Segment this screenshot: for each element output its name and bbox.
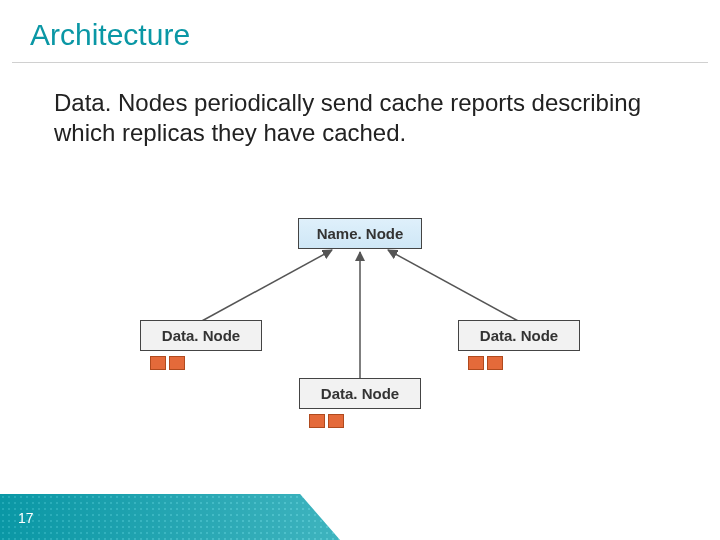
block-icon: [169, 356, 185, 370]
block-icon: [468, 356, 484, 370]
page-number: 17: [18, 510, 34, 526]
footer-graphic: [0, 494, 340, 540]
slide: Architecture Data. Nodes periodically se…: [0, 0, 720, 540]
body-text: Data. Nodes periodically send cache repo…: [54, 88, 654, 148]
architecture-diagram: Name. Node Data. Node Data. Node Data. N…: [0, 200, 720, 440]
svg-line-0: [200, 250, 332, 322]
datanode-right-blocks: [468, 356, 503, 370]
block-icon: [309, 414, 325, 428]
datanode-left-box: Data. Node: [140, 320, 262, 351]
block-icon: [328, 414, 344, 428]
datanode-right-box: Data. Node: [458, 320, 580, 351]
page-title: Architecture: [0, 0, 720, 58]
namenode-box: Name. Node: [298, 218, 422, 249]
datanode-left-blocks: [150, 356, 185, 370]
block-icon: [487, 356, 503, 370]
svg-marker-6: [0, 494, 340, 540]
title-underline: [12, 62, 708, 63]
block-icon: [150, 356, 166, 370]
svg-line-2: [388, 250, 520, 322]
datanode-middle-blocks: [309, 414, 344, 428]
datanode-middle-box: Data. Node: [299, 378, 421, 409]
